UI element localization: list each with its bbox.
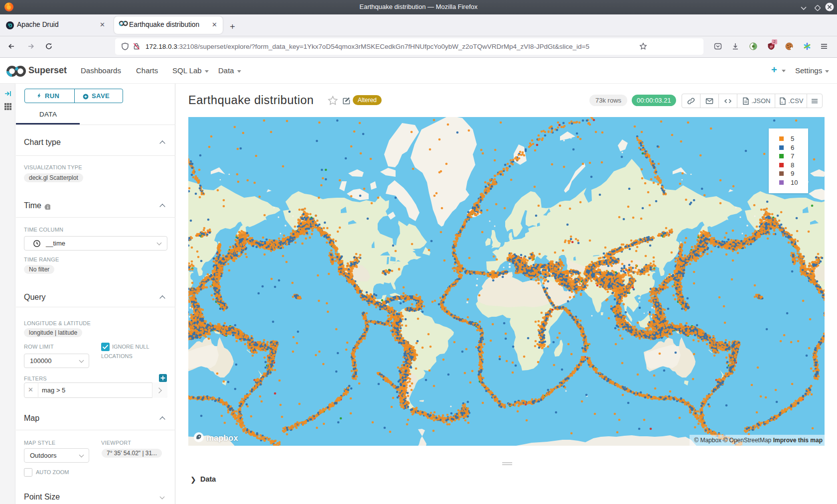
svg-text:x: x xyxy=(781,101,783,104)
svg-text:9: 9 xyxy=(791,170,794,177)
svg-text:7: 7 xyxy=(791,152,794,160)
svg-text:5: 5 xyxy=(791,135,794,142)
svg-text:6: 6 xyxy=(791,144,794,151)
svg-text:8: 8 xyxy=(791,161,794,169)
svg-text:10: 10 xyxy=(791,179,798,186)
